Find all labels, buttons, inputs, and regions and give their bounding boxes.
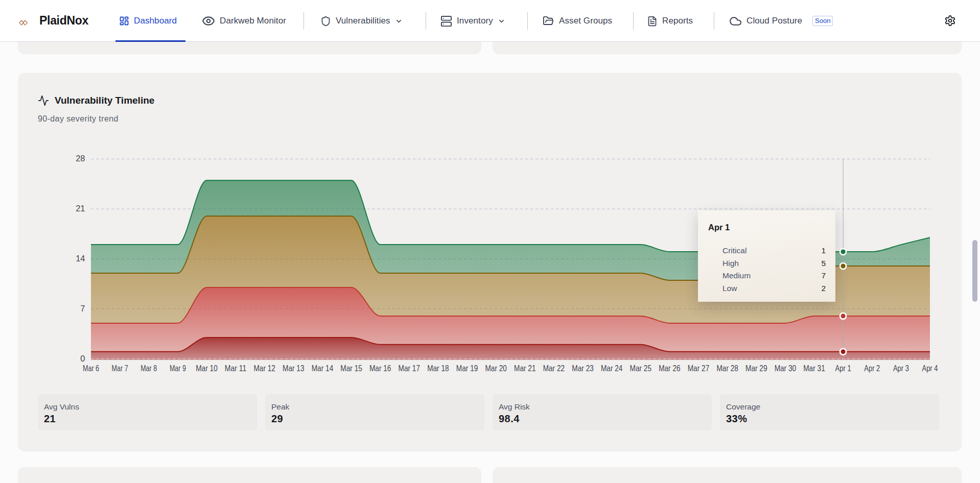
svg-text:21: 21 <box>76 204 85 213</box>
svg-text:Mar 12: Mar 12 <box>253 364 275 373</box>
svg-text:Mar 17: Mar 17 <box>399 364 421 373</box>
svg-text:Mar 18: Mar 18 <box>427 364 449 373</box>
svg-text:Mar 20: Mar 20 <box>485 364 507 373</box>
svg-text:Apr 2: Apr 2 <box>864 364 880 373</box>
svg-text:7: 7 <box>80 304 85 313</box>
svg-text:Mar 14: Mar 14 <box>312 364 334 373</box>
svg-text:Mar 23: Mar 23 <box>572 364 594 373</box>
svg-text:Apr 1: Apr 1 <box>835 364 851 373</box>
svg-text:Mar 26: Mar 26 <box>659 364 681 373</box>
svg-text:14: 14 <box>76 254 85 263</box>
svg-text:Mar 6: Mar 6 <box>83 364 99 373</box>
svg-text:Mar 29: Mar 29 <box>745 364 767 373</box>
svg-text:Mar 28: Mar 28 <box>716 364 738 373</box>
svg-text:Mar 31: Mar 31 <box>803 364 825 373</box>
svg-text:28: 28 <box>76 154 85 163</box>
svg-text:Mar 22: Mar 22 <box>543 364 565 373</box>
svg-text:0: 0 <box>80 354 85 363</box>
svg-text:Mar 13: Mar 13 <box>283 364 305 373</box>
svg-text:Apr 3: Apr 3 <box>893 364 909 373</box>
svg-text:Mar 9: Mar 9 <box>170 364 186 373</box>
svg-text:Mar 16: Mar 16 <box>369 364 391 373</box>
svg-text:Mar 11: Mar 11 <box>225 364 247 373</box>
svg-text:Apr 4: Apr 4 <box>922 364 938 373</box>
svg-text:Mar 30: Mar 30 <box>775 364 797 373</box>
svg-text:Mar 21: Mar 21 <box>514 364 536 373</box>
svg-text:Mar 25: Mar 25 <box>630 364 652 373</box>
svg-text:Mar 15: Mar 15 <box>340 364 362 373</box>
svg-text:Mar 27: Mar 27 <box>688 364 710 373</box>
svg-text:Mar 7: Mar 7 <box>112 364 128 373</box>
svg-text:Mar 19: Mar 19 <box>456 364 478 373</box>
svg-text:Mar 8: Mar 8 <box>141 364 157 373</box>
svg-text:Mar 10: Mar 10 <box>196 364 218 373</box>
svg-text:Mar 24: Mar 24 <box>601 364 623 373</box>
